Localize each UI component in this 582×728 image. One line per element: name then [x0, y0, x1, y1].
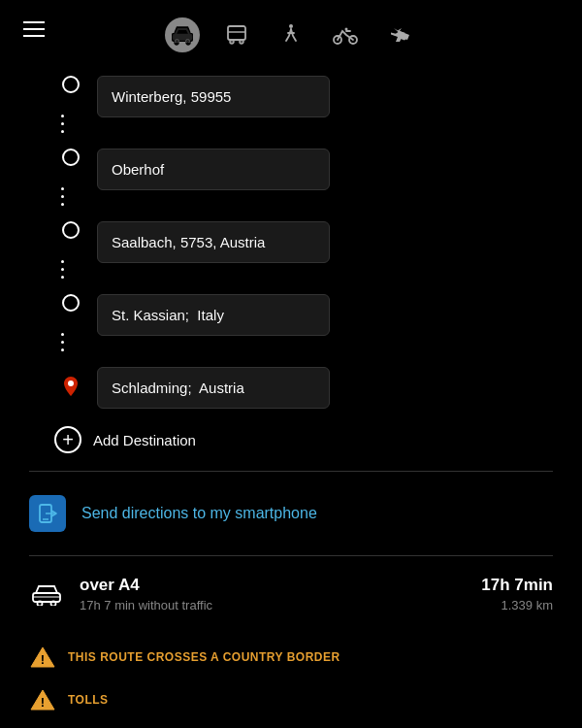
warning-border-text: THIS ROUTE CROSSES A COUNTRY BORDER: [68, 650, 340, 664]
waypoint-input[interactable]: [97, 294, 330, 336]
warning-row-border: ! THIS ROUTE CROSSES A COUNTRY BORDER: [29, 636, 553, 678]
destination-pin-icon: [54, 377, 87, 400]
nav-transit-button[interactable]: [219, 17, 254, 52]
warning-row-tolls: ! TOLLS: [29, 678, 553, 721]
svg-rect-9: [228, 26, 245, 40]
add-destination-label: Add Destination: [93, 432, 196, 448]
waypoint-row: [97, 221, 543, 263]
waypoint-icon: [54, 294, 87, 312]
route-info-section: over A4 17h 7 min without traffic 17h 7m…: [0, 556, 582, 628]
route-time: 17h 7min: [481, 576, 553, 595]
add-circle-icon: +: [54, 426, 81, 453]
warnings-section: ! THIS ROUTE CROSSES A COUNTRY BORDER ! …: [0, 628, 582, 721]
send-to-smartphone-section: Send directions to my smartphone: [0, 472, 582, 555]
waypoint-icon: [54, 76, 87, 93]
waypoint-row: [97, 149, 543, 190]
menu-button[interactable]: [23, 21, 45, 37]
send-directions-label[interactable]: Send directions to my smartphone: [81, 505, 317, 522]
send-to-phone-icon: [29, 495, 66, 532]
svg-point-25: [51, 602, 56, 607]
nav-car-button[interactable]: [165, 17, 200, 52]
svg-point-24: [38, 602, 43, 607]
route-time-distance: 17h 7min 1.339 km: [481, 576, 553, 612]
route-distance: 1.339 km: [481, 598, 553, 612]
waypoint-row-destination: [97, 367, 543, 409]
svg-point-19: [68, 381, 74, 386]
waypoint-input-destination[interactable]: [97, 367, 330, 409]
warning-triangle-icon: !: [29, 644, 56, 671]
route-car-icon: [29, 578, 64, 612]
top-navigation: [0, 0, 582, 66]
add-destination-button[interactable]: + Add Destination: [54, 409, 501, 471]
route-sub-label: 17h 7 min without traffic: [80, 598, 466, 612]
waypoint-input[interactable]: [97, 149, 330, 190]
nav-bike-button[interactable]: [328, 17, 363, 52]
waypoints-list: + Add Destination: [0, 66, 582, 471]
waypoint-input[interactable]: [97, 76, 330, 117]
svg-text:!: !: [41, 652, 45, 667]
svg-point-15: [289, 24, 293, 28]
svg-point-8: [186, 40, 190, 44]
route-name: over A4: [80, 576, 466, 595]
waypoint-icon: [54, 221, 87, 239]
nav-walk-button[interactable]: [274, 17, 308, 52]
warning-tolls-text: TOLLS: [68, 693, 109, 707]
waypoint-icon: [54, 149, 87, 166]
waypoint-row: [97, 294, 543, 336]
svg-point-18: [345, 28, 348, 31]
nav-flight-button[interactable]: [382, 17, 417, 52]
svg-text:!: !: [41, 695, 45, 710]
warning-triangle-icon-2: !: [29, 686, 56, 713]
waypoint-row: [97, 76, 543, 117]
route-details: over A4 17h 7 min without traffic: [80, 576, 466, 612]
waypoint-input[interactable]: [97, 221, 330, 263]
svg-point-7: [176, 40, 179, 44]
